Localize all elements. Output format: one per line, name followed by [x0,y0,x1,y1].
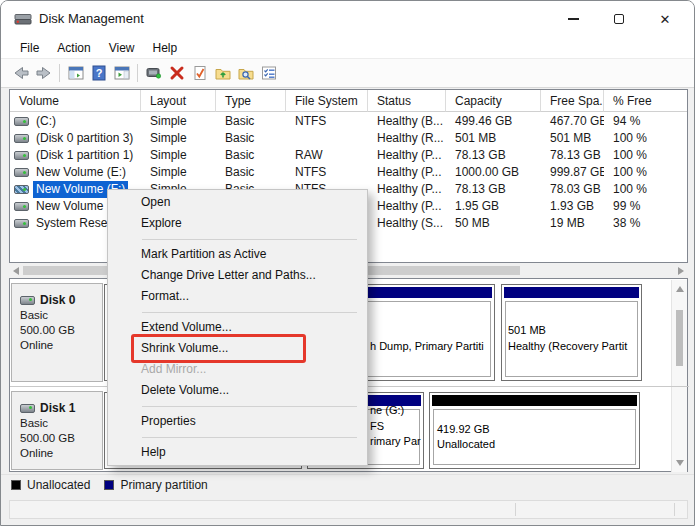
toolbar-forward-arrow-button[interactable] [32,62,55,84]
context-menu-item-explore[interactable]: Explore [108,213,367,234]
toolbar-folder-search-button[interactable] [234,62,257,84]
status-cell: Healthy (P... [368,198,446,215]
unallocated-swatch [11,480,21,490]
volume-drive-icon [14,219,29,228]
fs-cell: RAW [286,147,368,164]
property-fields-icon [260,64,278,82]
toolbar-separator [59,64,60,82]
context-menu-item-delete-volume[interactable]: Delete Volume... [108,380,367,401]
context-menu-separator [108,307,367,317]
disk-type: Basic [20,416,102,430]
table-row[interactable]: (Disk 1 partition 1)SimpleBasicRAWHealth… [10,147,688,164]
column-header-volume[interactable]: Volume [10,90,141,112]
toolbar-property-fields-button[interactable] [257,62,280,84]
partition-text: 501 MB [508,324,546,337]
status-cell: Healthy (B... [368,113,446,130]
close-icon: ✕ [660,13,671,26]
toolbar-help-button[interactable]: ? [87,62,110,84]
context-menu-item-format[interactable]: Format... [108,286,367,307]
column-header-file-system[interactable]: File System [286,90,368,112]
close-button[interactable]: ✕ [642,1,688,37]
context-menu-separator [108,432,367,442]
context-menu-separator [108,234,367,244]
disk-title: Disk 0 [20,293,102,307]
table-row[interactable]: New Volume (E:)SimpleBasicNTFSHealthy (P… [10,164,688,181]
disk-label-disk-0[interactable]: Disk 0Basic500.00 GBOnline [11,283,103,382]
toolbar-delete-partition-button[interactable] [165,62,188,84]
disk-label-disk-1[interactable]: Disk 1Basic500.00 GBOnline [11,391,103,470]
partition-text: 419.92 GB [437,423,490,436]
capacity-cell: 499.46 GB [446,113,541,130]
pct-cell: 100 % [604,147,688,164]
free-cell: 999.87 GB [541,164,604,181]
scroll-down-icon[interactable] [676,460,684,466]
vertical-scrollbar-thumb[interactable] [676,310,683,366]
context-menu-item-properties[interactable]: Properties [108,411,367,432]
context-menu-item-mark-partition-as-active[interactable]: Mark Partition as Active [108,244,367,265]
disk-name: Disk 1 [40,401,75,415]
volume-drive-icon [14,168,29,177]
toolbar-console-tree-button[interactable] [64,62,87,84]
toolbar-action-pane-button[interactable] [110,62,133,84]
toolbar-folder-up-button[interactable] [211,62,234,84]
minimize-icon [568,18,579,20]
table-row[interactable]: (Disk 0 partition 3)SimpleBasicHealthy (… [10,130,688,147]
column-header-type[interactable]: Type [216,90,286,112]
toolbar-remote-screen-button[interactable] [142,62,165,84]
fs-cell [286,130,368,147]
volume-drive-icon [14,185,29,194]
free-cell: 501 MB [541,130,604,147]
volume-drive-icon [14,117,29,126]
free-cell: 78.13 GB [541,147,604,164]
scroll-left-icon[interactable] [13,267,19,275]
menu-view[interactable]: View [100,39,144,57]
column-header-status[interactable]: Status [368,90,446,112]
title-bar: Disk Management ✕ [1,1,694,37]
delete-partition-icon [168,64,186,82]
layout-cell: Simple [141,164,216,181]
toolbar-back-arrow-button[interactable] [9,62,32,84]
check-document-icon [191,64,209,82]
pct-cell: 99 % [604,198,688,215]
capacity-cell: 1.95 GB [446,198,541,215]
status-cell: Healthy (S... [368,215,446,232]
partition-body [433,409,636,465]
column-header-capacity[interactable]: Capacity [446,90,541,112]
context-menu-item-help[interactable]: Help [108,442,367,463]
capacity-cell: 1000.00 GB [446,164,541,181]
table-row[interactable]: (C:)SimpleBasicNTFSHealthy (B...499.46 G… [10,113,688,130]
status-bar-divider [674,503,675,516]
volume-drive-icon [14,202,29,211]
toolbar-check-document-button[interactable] [188,62,211,84]
status-bar-divider [515,503,516,516]
column-header-layout[interactable]: Layout [141,90,216,112]
pct-cell: 100 % [604,130,688,147]
console-tree-icon [67,64,85,82]
status-bar [9,500,688,519]
scroll-right-icon[interactable] [678,267,684,275]
minimize-button[interactable] [550,1,596,37]
type-cell: Basic [216,113,286,130]
context-menu-item-open[interactable]: Open [108,192,367,213]
type-cell: Basic [216,147,286,164]
folder-search-icon [237,64,255,82]
menu-file[interactable]: File [11,39,48,57]
menu-action[interactable]: Action [48,39,99,57]
context-menu-item-change-drive-letter-and-paths[interactable]: Change Drive Letter and Paths... [108,265,367,286]
vertical-scrollbar[interactable] [671,280,687,472]
volume-cell: (Disk 0 partition 3) [10,130,141,147]
toolbar-separator [137,64,138,82]
menu-help[interactable]: Help [144,39,187,57]
maximize-button[interactable] [596,1,642,37]
disk-icon [20,296,35,305]
free-cell: 1.93 GB [541,198,604,215]
free-cell: 19 MB [541,215,604,232]
volume-name: (Disk 1 partition 1) [33,147,136,164]
column-header-free-spa-[interactable]: Free Spa... [541,90,604,112]
scroll-up-icon[interactable] [676,286,684,292]
disk-type: Basic [20,308,102,322]
status-cell: Healthy (P... [368,181,446,198]
disk-title: Disk 1 [20,401,102,415]
column-header--free[interactable]: % Free [604,90,688,112]
disk-status: Online [20,338,102,352]
